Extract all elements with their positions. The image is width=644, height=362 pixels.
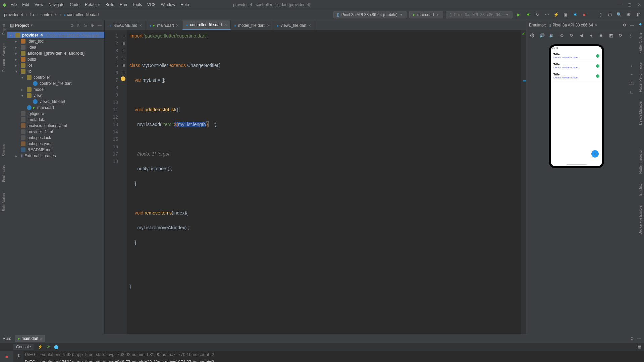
editor-tab[interactable]: ●view1_file.dart✕ [273, 21, 315, 30]
menu-file[interactable]: File [8, 2, 19, 8]
tree-root[interactable]: ▾ provider_4 C:\Users\qurat\StudioProjec… [7, 32, 104, 38]
breadcrumb[interactable]: controller [39, 12, 58, 17]
tree-node[interactable]: README.md [7, 147, 104, 153]
fold-gutter[interactable]: ⊟⊟⊟⊟⊟⊟ [121, 30, 127, 334]
console-tab[interactable]: Console [13, 344, 34, 350]
run-config-selector[interactable]: ▶main.dart▼ [409, 11, 443, 18]
fab-add-button[interactable]: + [591, 150, 599, 158]
screenshot-icon[interactable]: ◩ [608, 32, 614, 39]
hot-restart-icon[interactable]: ⟳ [47, 345, 50, 349]
tree-node[interactable]: pubspec.lock [7, 135, 104, 141]
tool-project[interactable]: Project [2, 22, 6, 37]
menu-view[interactable]: View [32, 2, 46, 8]
tree-node[interactable]: ▾view [7, 93, 104, 99]
tree-node[interactable]: ▶main.dart [7, 105, 104, 111]
power-icon[interactable]: ⏻ [529, 32, 535, 39]
breadcrumb[interactable]: ● controller_file.dart [62, 12, 100, 17]
gear-icon[interactable]: ⚙ [623, 23, 627, 27]
zoom-out-icon[interactable]: − [631, 72, 633, 76]
minimize-icon[interactable]: — [617, 2, 621, 7]
run-icon[interactable]: ▶ [515, 11, 522, 18]
menu-code[interactable]: Code [67, 2, 82, 8]
menu-build[interactable]: Build [103, 2, 117, 8]
hide-icon[interactable]: — [630, 23, 634, 27]
rotate-left-icon[interactable]: ⟲ [558, 32, 565, 39]
collapse-icon[interactable]: ⇲ [84, 23, 87, 28]
tool-structure[interactable]: Structure [2, 141, 6, 159]
vol-up-icon[interactable]: 🔊 [539, 32, 545, 39]
expand-icon[interactable]: ⇱ [77, 23, 80, 28]
device-selector[interactable]: ▯Pixel 3a API 33 x86 64 (mobile)▼ [333, 11, 407, 18]
devtools-icon[interactable]: ⬤ [54, 345, 58, 349]
tool-emulator[interactable]: Emulator [639, 180, 642, 198]
home-icon[interactable]: ● [588, 32, 594, 39]
tree-node[interactable]: .gitignore [7, 111, 104, 117]
tool-flutter-inspector[interactable]: Flutter Inspector [639, 147, 642, 176]
tree-node[interactable]: ▾controller [7, 74, 104, 80]
editor-tab[interactable]: ●README.md✕ [106, 21, 146, 30]
close-tab-icon[interactable]: ✕ [308, 23, 311, 28]
tree-node[interactable]: ▸model [7, 86, 104, 93]
console-output[interactable]: D/EGL_emulation( 7592): app_time_stats: … [23, 351, 644, 362]
tree-node[interactable]: provider_4.iml [7, 129, 104, 135]
list-item[interactable]: TitleDetails of title above [551, 71, 602, 81]
settings-icon[interactable]: ⚙ [625, 11, 632, 18]
tool-resource-manager[interactable]: Resource Manager [2, 41, 6, 74]
gear-icon[interactable]: ⚙ [91, 23, 94, 28]
tree-node[interactable]: controller_file.dart [7, 80, 104, 86]
menu-refactor[interactable]: Refactor [82, 2, 103, 8]
menu-navigate[interactable]: Navigate [46, 2, 67, 8]
search-icon[interactable]: 🔍 [616, 11, 623, 18]
intention-bulb-icon[interactable] [121, 76, 125, 81]
hide-icon[interactable]: — [637, 336, 641, 341]
rotate-right-icon[interactable]: ⟳ [568, 32, 575, 39]
device-icon[interactable]: ▯ [597, 11, 604, 18]
tree-node[interactable]: ▸.dart_tool [7, 38, 104, 44]
tree-node[interactable]: pubspec.yaml [7, 141, 104, 147]
scroll-icon[interactable]: ↧ [15, 352, 22, 359]
close-tab-icon[interactable]: ✕ [267, 23, 270, 28]
tool-flutter-perf[interactable]: Flutter Performance [639, 60, 642, 94]
menu-window[interactable]: Window [158, 2, 178, 8]
tool-device-manager[interactable]: Device Manager [639, 99, 642, 127]
more-icon[interactable]: ⋮ [628, 32, 634, 39]
back-icon[interactable]: ◀ [578, 32, 585, 39]
maximize-icon[interactable]: ▢ [627, 2, 631, 7]
tree-node[interactable]: ▾lib [7, 68, 104, 74]
stop-icon[interactable]: ■ [3, 353, 10, 360]
tree-node[interactable]: view1_file.dart [7, 99, 104, 105]
reload-icon[interactable]: ⟳ [618, 32, 624, 39]
overview-icon[interactable]: ■ [598, 32, 604, 39]
menu-edit[interactable]: Edit [19, 2, 32, 8]
hot-reload-icon[interactable]: ⚡ [553, 11, 559, 18]
zoom-actual-icon[interactable]: ▢ [630, 90, 633, 94]
emulator-device[interactable]: Pixel 3a API 33 x86 64 [552, 23, 593, 27]
gear-icon[interactable]: ⚙ [630, 336, 634, 341]
zoom-in-icon[interactable]: + [631, 64, 633, 68]
tree-node[interactable]: ▸.idea [7, 44, 104, 50]
tool-flutter-outline[interactable]: Flutter Outline [639, 31, 642, 56]
menu-help[interactable]: Help [178, 2, 192, 8]
tree-node[interactable]: ▸ios [7, 62, 104, 68]
tree-node[interactable]: analysis_options.yaml [7, 123, 104, 129]
profile-icon[interactable]: ⋯ [543, 11, 550, 18]
hot-reload-icon[interactable]: ⚡ [38, 345, 43, 349]
stop-icon[interactable]: ■ [581, 11, 588, 18]
select-opened-icon[interactable]: ⊙ [70, 23, 74, 28]
external-libraries[interactable]: ▸⫴External Libraries [7, 153, 104, 159]
close-tab-icon[interactable]: ✕ [176, 23, 179, 28]
coverage-icon[interactable]: ↻ [534, 11, 541, 18]
breadcrumb[interactable]: lib [29, 12, 35, 17]
editor-tab[interactable]: ●▶main.dart✕ [146, 21, 182, 30]
emulator-frame[interactable]: 11:42 TitleDetails of title aboveTitleDe… [549, 44, 604, 168]
list-item[interactable]: TitleDetails of title above [551, 61, 602, 71]
close-tab-icon[interactable]: ✕ [139, 23, 142, 28]
sync-icon[interactable]: ⇵ [635, 11, 641, 18]
deploy-target-selector[interactable]: ▯Pixel_3a_API_33_x86_64...▼ [446, 11, 513, 18]
tree-node[interactable]: .metadata [7, 117, 104, 123]
tree-node[interactable]: ▸android [provider_4_android] [7, 50, 104, 56]
zoom-fit-icon[interactable]: 1:1 [629, 81, 634, 85]
tree-node[interactable]: ▸build [7, 56, 104, 62]
vol-down-icon[interactable]: 🔉 [549, 32, 555, 39]
menu-vcs[interactable]: VCS [145, 2, 158, 8]
